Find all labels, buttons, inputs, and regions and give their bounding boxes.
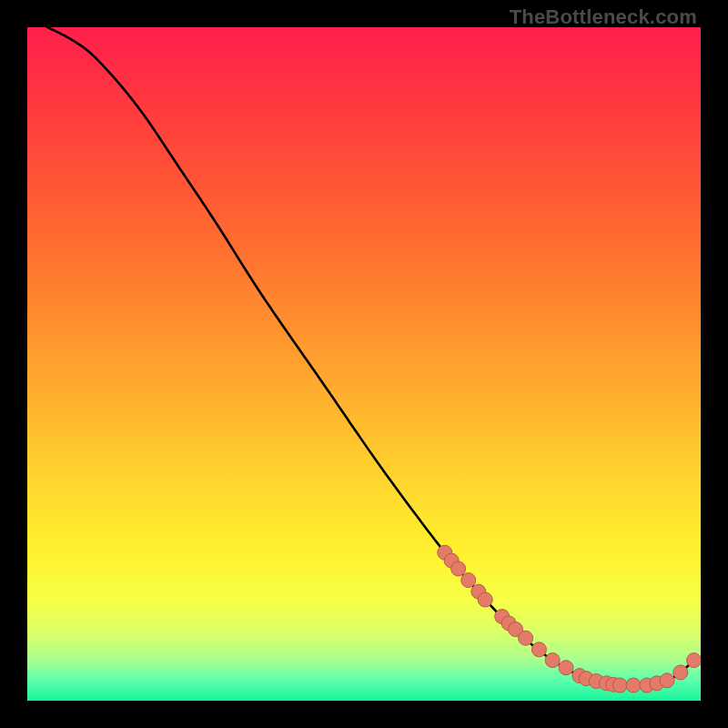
plot-area <box>27 27 701 701</box>
data-point-marker <box>531 642 546 657</box>
data-point-marker <box>478 592 492 607</box>
data-point-marker <box>687 653 701 668</box>
watermark-text: TheBottleneck.com <box>510 5 697 29</box>
data-point-marker <box>673 665 688 680</box>
data-point-marker <box>559 661 573 675</box>
data-point-marker <box>612 678 627 693</box>
data-point-marker <box>451 561 466 576</box>
data-point-marker <box>545 653 560 668</box>
data-point-marker <box>461 573 476 588</box>
chart-canvas: TheBottleneck.com <box>0 0 728 728</box>
gradient-background <box>27 27 701 701</box>
data-point-marker <box>660 673 674 688</box>
data-point-marker <box>626 678 641 693</box>
chart-svg <box>27 27 701 701</box>
data-point-marker <box>519 631 533 645</box>
